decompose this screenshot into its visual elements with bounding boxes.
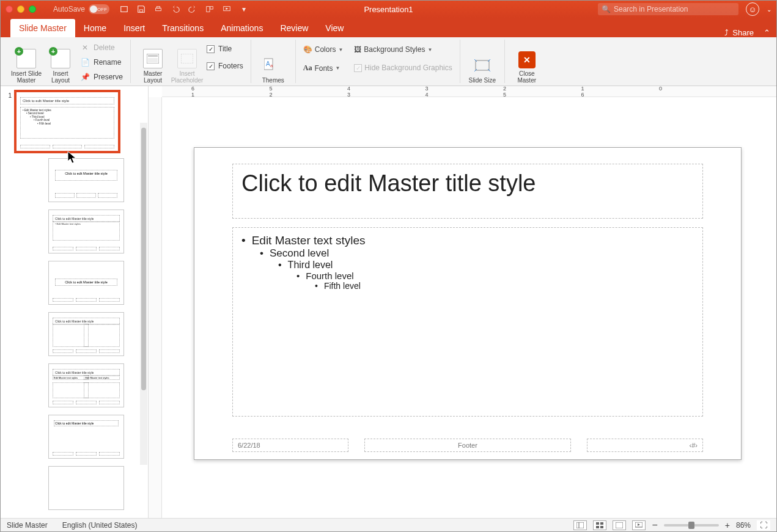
layout-thumbnail-7[interactable]	[48, 466, 124, 510]
tab-slide-master[interactable]: Slide Master	[10, 19, 75, 37]
delete-button: ✕Delete	[78, 42, 125, 54]
share-icon: ⤴	[724, 28, 729, 37]
autosave-toggle[interactable]: AutoSave OFF	[53, 4, 109, 14]
fonts-icon: Aa	[303, 64, 312, 73]
background-styles-dropdown[interactable]: 🖼Background Styles▼	[352, 43, 454, 56]
window-maximize-button[interactable]	[29, 5, 36, 13]
view-sorter-icon[interactable]	[593, 520, 606, 530]
insert-placeholder-button: Insert Placeholder	[170, 40, 204, 84]
tab-review[interactable]: Review	[271, 19, 317, 37]
view-normal-icon[interactable]	[573, 520, 587, 530]
zoom-level[interactable]: 86%	[736, 521, 751, 530]
format-icon[interactable]	[205, 4, 215, 14]
statusbar: Slide Master English (United States) − +…	[1, 518, 776, 531]
body-area: 1 Click to edit Master title style • Edi…	[1, 86, 776, 518]
slideshow-icon[interactable]	[222, 4, 232, 14]
status-mode: Slide Master	[7, 521, 48, 530]
home-icon[interactable]	[119, 4, 129, 14]
layout-thumbnail-1[interactable]: Click to edit Master title style	[48, 158, 124, 202]
tab-transitions[interactable]: Transitions	[153, 19, 212, 37]
slide-number-placeholder[interactable]: ‹#›	[587, 439, 703, 452]
preserve-button[interactable]: 📌Preserve	[78, 71, 125, 83]
svg-rect-17	[596, 522, 599, 525]
preserve-icon: 📌	[80, 72, 90, 82]
themes-button[interactable]: Aa Themes	[256, 40, 290, 84]
fit-to-window-icon[interactable]: ⛶	[757, 520, 770, 530]
date-placeholder[interactable]: 6/22/18	[232, 439, 348, 452]
ribbon: + Insert Slide Master + Insert Layout ✕D…	[1, 37, 776, 86]
qat-customize-icon[interactable]: ▾	[239, 4, 249, 14]
undo-icon[interactable]	[171, 4, 180, 14]
master-thumbnail[interactable]: Click to edit Master title style • Edit …	[15, 91, 119, 152]
svg-rect-10	[181, 54, 193, 64]
svg-rect-19	[596, 526, 599, 528]
svg-rect-4	[207, 7, 210, 12]
zoom-in-button[interactable]: +	[725, 520, 730, 530]
layout-thumbnail-6[interactable]: Click to edit Master title style	[48, 415, 124, 459]
autosave-switch[interactable]: OFF	[89, 4, 109, 14]
vertical-ruler	[149, 97, 162, 518]
insert-slide-master-button[interactable]: + Insert Slide Master	[9, 40, 43, 84]
quick-access-toolbar: ▾	[119, 4, 249, 14]
svg-rect-20	[600, 526, 603, 528]
search-input[interactable]: 🔍 Search in Presentation	[598, 3, 738, 15]
svg-text:a: a	[270, 63, 273, 68]
body-placeholder[interactable]: Edit Master text styles Second level Thi…	[232, 227, 703, 417]
search-placeholder: Search in Presentation	[614, 5, 688, 13]
window-minimize-button[interactable]	[17, 5, 24, 13]
slide-size-icon	[473, 56, 492, 75]
layout-thumbnail-3[interactable]: Click to edit Master title style	[48, 261, 124, 305]
tab-home[interactable]: Home	[75, 19, 115, 37]
layout-icon: +	[51, 49, 70, 68]
colors-dropdown[interactable]: 🎨Colors▼	[301, 43, 346, 56]
document-title: Presentation1	[364, 5, 413, 14]
title-placeholder[interactable]: Click to edit Master title style	[232, 164, 703, 219]
svg-text:A: A	[266, 60, 270, 67]
rename-button[interactable]: 📄Rename	[78, 56, 125, 68]
master-layout-button[interactable]: Master Layout	[136, 40, 170, 84]
view-reading-icon[interactable]	[613, 520, 626, 530]
layout-thumbnail-2[interactable]: Click to edit Master title style • Edit …	[48, 210, 124, 253]
view-slideshow-icon[interactable]	[632, 520, 646, 530]
themes-icon: Aa	[263, 56, 283, 75]
svg-rect-18	[600, 522, 603, 525]
share-button[interactable]: Share	[732, 28, 754, 37]
slide-master-icon: +	[17, 49, 36, 68]
slide-size-button[interactable]: Slide Size	[465, 40, 499, 84]
master-layout-icon	[143, 49, 163, 68]
slide-panel-scrollbar[interactable]	[140, 123, 147, 465]
svg-rect-14	[476, 60, 489, 70]
canvas-stage[interactable]: Click to edit Master title style Edit Ma…	[162, 97, 776, 518]
footer-placeholder[interactable]: Footer	[364, 439, 571, 452]
fonts-dropdown[interactable]: AaFonts▼	[301, 62, 346, 75]
svg-rect-8	[148, 55, 158, 57]
user-avatar[interactable]: ☺	[746, 2, 759, 16]
tab-insert[interactable]: Insert	[115, 19, 153, 37]
placeholder-icon	[177, 49, 197, 68]
layout-thumbnail-4[interactable]: Click to edit Master title style	[48, 312, 124, 356]
svg-rect-1	[139, 10, 142, 12]
insert-layout-button[interactable]: + Insert Layout	[43, 40, 78, 84]
master-index: 1	[4, 91, 12, 99]
zoom-out-button[interactable]: −	[652, 520, 657, 531]
status-language[interactable]: English (United States)	[62, 521, 138, 530]
close-master-button[interactable]: ✕ Close Master	[510, 40, 544, 84]
slide-thumbnail-panel[interactable]: 1 Click to edit Master title style • Edi…	[1, 86, 149, 518]
svg-rect-0	[121, 7, 128, 12]
titlebar-chevron-icon[interactable]: ⌄	[767, 6, 771, 13]
save-icon[interactable]	[136, 4, 146, 14]
print-icon[interactable]	[153, 4, 163, 14]
window-close-button[interactable]	[6, 5, 13, 13]
zoom-slider[interactable]	[664, 524, 719, 527]
svg-rect-9	[148, 58, 158, 62]
search-icon: 🔍	[602, 5, 611, 13]
background-icon: 🖼	[354, 45, 361, 54]
footers-checkbox[interactable]: ✓Footers	[204, 60, 246, 71]
redo-icon[interactable]	[188, 4, 197, 14]
slide-master-canvas[interactable]: Click to edit Master title style Edit Ma…	[194, 147, 742, 460]
tab-view[interactable]: View	[317, 19, 352, 37]
layout-thumbnail-5[interactable]: Click to edit Master title style Edit Ma…	[48, 363, 124, 407]
tab-animations[interactable]: Animations	[212, 19, 271, 37]
collapse-ribbon-icon[interactable]: ⌃	[764, 28, 770, 37]
title-checkbox[interactable]: ✓Title	[204, 43, 246, 54]
